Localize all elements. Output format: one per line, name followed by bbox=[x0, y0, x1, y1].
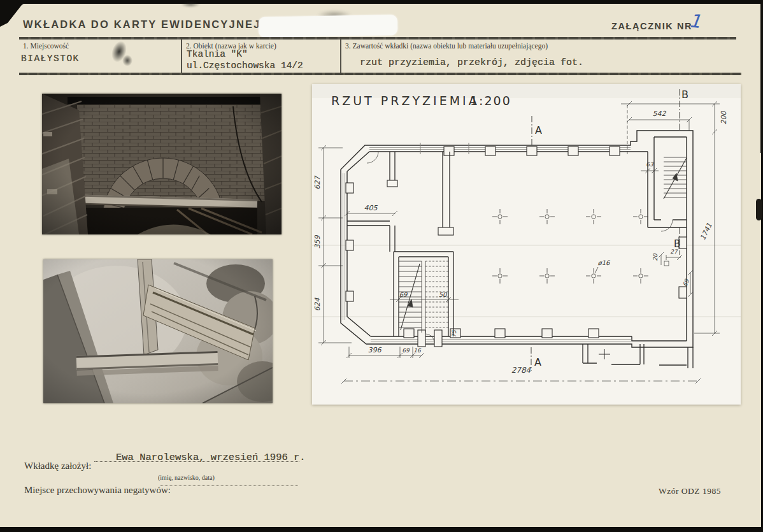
field-locality-label: 1. Miejscowość bbox=[23, 42, 69, 50]
scan-edge-blob bbox=[756, 199, 762, 220]
dim-left-lower: 624 bbox=[313, 298, 322, 312]
dim-total-height: 1741 bbox=[699, 222, 714, 241]
field-contents-label: 3. Zawartość wkładki (nazwa obiektu lub … bbox=[345, 42, 548, 50]
negatives-label: Miejsce przechowywania negatywów: bbox=[24, 485, 171, 496]
section-marker-a-top: A bbox=[535, 124, 542, 136]
negatives-dotted-line bbox=[160, 485, 298, 486]
photo1-vignette bbox=[42, 94, 282, 234]
dim-total-width: 2784 bbox=[511, 366, 531, 375]
field-object-value-line2: ul.Częstochowska 14/2 bbox=[187, 61, 303, 71]
horizontal-rule-top bbox=[19, 37, 736, 40]
dim-left-upper: 627 bbox=[313, 175, 322, 190]
form-code: Wzór ODZ 1985 bbox=[659, 486, 721, 496]
paper-fold-lines bbox=[312, 245, 741, 317]
horizontal-rule-bottom bbox=[19, 73, 741, 75]
founder-label: Wkładkę założył: bbox=[24, 461, 91, 471]
section-marker-b-top: B bbox=[681, 89, 688, 101]
plan-scale: 1:200 bbox=[470, 94, 511, 108]
dim-right-pier: 69 bbox=[682, 278, 691, 287]
founder-hint: (imię, nazwisko, data) bbox=[158, 474, 215, 481]
wall-piers bbox=[346, 147, 687, 338]
attachment-label: ZAŁĄCZNIK NR bbox=[611, 21, 692, 31]
floor-plan-sheet: RZUT PRZYZIEMIA 1:200 bbox=[312, 84, 741, 405]
dim-top-width: 542 bbox=[653, 110, 667, 118]
plan-title: RZUT PRZYZIEMIA bbox=[331, 94, 480, 108]
dim-bottom-left-b: 69 bbox=[402, 347, 410, 354]
photo-ceiling-beams bbox=[43, 259, 273, 403]
dim-column-dia: ø16 bbox=[598, 259, 611, 266]
scanned-document-page: WKŁADKA DO KARTY EWIDENCYJNEJ ZABYTKOW Z… bbox=[0, 0, 763, 532]
photo2-vignette bbox=[43, 259, 273, 403]
dim-bottom-left-c: 16 bbox=[413, 347, 422, 354]
dim-left-middle: 359 bbox=[313, 235, 322, 249]
whiteout-patch bbox=[259, 15, 398, 38]
field-locality-value: BIAŁYSTOK bbox=[21, 54, 80, 64]
window-lines bbox=[343, 143, 632, 341]
dim-stair-right: 50 bbox=[439, 291, 448, 298]
wall-footing bbox=[438, 227, 453, 235]
section-lines bbox=[531, 89, 680, 371]
dim-room-width: 405 bbox=[364, 204, 378, 212]
ink-smudge bbox=[181, 1, 200, 8]
dim-wing-wall: 63 bbox=[646, 161, 654, 168]
dim-bottom-left: 396 bbox=[368, 346, 382, 354]
founder-dotted-line bbox=[94, 461, 299, 462]
section-marker-b-side: B bbox=[674, 238, 680, 250]
column-label-leader bbox=[595, 267, 598, 273]
dim-detail-b: 20 bbox=[652, 253, 659, 261]
dim-bottom-pier: 75 bbox=[451, 329, 457, 338]
cell-divider bbox=[340, 39, 341, 73]
column-grid bbox=[492, 209, 648, 284]
dim-top-height: 200 bbox=[720, 111, 728, 125]
interior-walls bbox=[347, 152, 693, 368]
ink-smudge bbox=[122, 55, 132, 66]
dim-stair-left: 69 bbox=[399, 291, 408, 298]
field-contents-value: rzut przyziemia, przekrój, zdjęcia fot. bbox=[360, 57, 583, 68]
scan-edge-artifact bbox=[760, 0, 763, 153]
section-marker-a-bottom: A bbox=[534, 356, 541, 368]
floor-plan-drawing: RZUT PRZYZIEMIA 1:200 bbox=[312, 84, 741, 405]
wing-staircase bbox=[664, 157, 687, 199]
field-object-value-line1: Tkalnia "K" bbox=[187, 49, 248, 59]
photo-brick-vault bbox=[42, 94, 282, 234]
cell-divider bbox=[181, 39, 182, 73]
door-swings bbox=[367, 152, 673, 343]
wall-footing bbox=[387, 180, 397, 187]
